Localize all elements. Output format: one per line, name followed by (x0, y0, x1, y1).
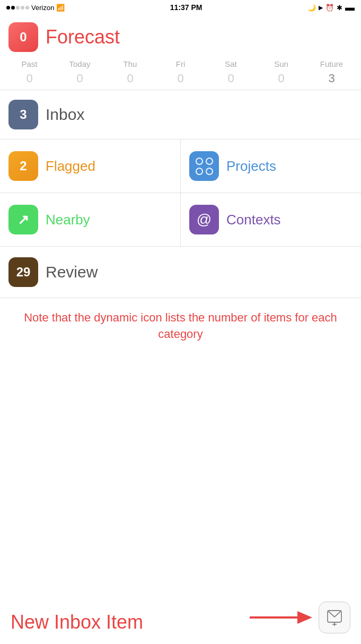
status-right: 🌙 ▶ ⏰ ✱ ▬ (307, 2, 355, 13)
projects-dot-4 (206, 168, 213, 175)
forecast-thu-label: Thu (124, 59, 137, 68)
forecast-badge-number: 0 (20, 30, 27, 45)
arrow-svg (250, 607, 313, 628)
projects-dot-2 (206, 158, 213, 165)
projects-app-icon (189, 151, 219, 181)
inbox-badge-number: 3 (20, 107, 27, 122)
forecast-col-thu[interactable]: Thu 0 (105, 59, 155, 85)
forecast-fri-count: 0 (177, 72, 183, 85)
signal-dot-1 (6, 6, 10, 10)
nearby-cell[interactable]: ↗ Nearby (0, 193, 181, 246)
forecast-sun-count: 0 (278, 72, 284, 85)
compose-icon (325, 608, 344, 626)
compose-button[interactable] (319, 602, 350, 633)
forecast-col-sun[interactable]: Sun 0 (256, 59, 306, 85)
forecast-col-fri[interactable]: Fri 0 (155, 59, 206, 85)
projects-dot-3 (196, 168, 203, 175)
app-title: Forecast (46, 26, 120, 48)
forecast-fri-label: Fri (176, 59, 186, 68)
location-icon: ▶ (319, 4, 323, 11)
forecast-col-sat[interactable]: Sat 0 (206, 59, 256, 85)
contexts-app-icon: @ (189, 205, 219, 234)
forecast-today-count: 0 (76, 72, 83, 85)
carrier-label: Verizon (31, 4, 54, 12)
forecast-thu-count: 0 (127, 72, 133, 85)
note-text: Note that the dynamic icon lists the num… (11, 310, 350, 343)
forecast-sat-count: 0 (227, 72, 234, 85)
review-label: Review (46, 263, 98, 281)
bottom-area: New Inbox Item (0, 602, 361, 633)
contexts-label: Contexts (226, 212, 281, 228)
note-section: Note that the dynamic icon lists the num… (0, 298, 361, 354)
forecast-future-count: 3 (328, 72, 334, 85)
projects-label: Projects (226, 158, 276, 175)
forecast-col-today[interactable]: Today 0 (55, 59, 105, 85)
status-left: Verizon 📶 (6, 4, 65, 12)
nearby-icon-symbol: ↗ (17, 212, 29, 228)
svg-marker-1 (297, 611, 312, 624)
forecast-future-label: Future (320, 59, 343, 68)
wifi-icon: 📶 (56, 4, 65, 12)
inbox-label: Inbox (46, 106, 84, 124)
nearby-contexts-row: ↗ Nearby @ Contexts (0, 193, 361, 247)
forecast-past-label: Past (21, 59, 37, 68)
forecast-past-count: 0 (26, 72, 32, 85)
flagged-projects-row: 2 Flagged Projects (0, 140, 361, 193)
contexts-at-symbol: @ (197, 211, 212, 228)
flagged-cell[interactable]: 2 Flagged (0, 140, 181, 193)
arrow-container (143, 602, 350, 633)
review-badge-number: 29 (16, 265, 31, 280)
contexts-cell[interactable]: @ Contexts (181, 193, 361, 246)
flagged-label: Flagged (46, 158, 95, 175)
projects-icon-inner (190, 152, 218, 180)
nearby-label: Nearby (46, 212, 90, 228)
signal-dot-5 (25, 6, 29, 10)
review-app-icon: 29 (8, 257, 38, 287)
forecast-col-past[interactable]: Past 0 (4, 59, 55, 85)
projects-cell[interactable]: Projects (181, 140, 361, 193)
inbox-app-icon: 3 (8, 100, 38, 129)
projects-dot-1 (196, 158, 203, 165)
battery-icon: ▬ (345, 2, 355, 13)
review-row[interactable]: 29 Review (0, 247, 361, 298)
inbox-row[interactable]: 3 Inbox (0, 90, 361, 140)
new-inbox-label: New Inbox Item (11, 611, 143, 633)
status-time: 11:37 PM (170, 3, 202, 12)
app-header: 0 Forecast (0, 15, 361, 57)
alarm-icon: ⏰ (325, 4, 334, 12)
forecast-sun-label: Sun (274, 59, 288, 68)
moon-icon: 🌙 (307, 4, 316, 12)
forecast-today-label: Today (69, 59, 90, 68)
flagged-app-icon: 2 (8, 151, 38, 181)
signal-dot-4 (21, 6, 24, 10)
forecast-row: Past 0 Today 0 Thu 0 Fri 0 Sat 0 Sun 0 F… (0, 57, 361, 90)
forecast-sat-label: Sat (225, 59, 237, 68)
nearby-app-icon: ↗ (8, 205, 38, 234)
signal-dot-3 (16, 6, 20, 10)
forecast-col-future[interactable]: Future 3 (306, 59, 357, 85)
bluetooth-icon: ✱ (337, 4, 342, 12)
status-bar: Verizon 📶 11:37 PM 🌙 ▶ ⏰ ✱ ▬ (0, 0, 361, 15)
forecast-app-icon[interactable]: 0 (8, 22, 38, 52)
flagged-badge-number: 2 (20, 159, 27, 173)
signal-dots (6, 6, 29, 10)
signal-dot-2 (11, 6, 15, 10)
